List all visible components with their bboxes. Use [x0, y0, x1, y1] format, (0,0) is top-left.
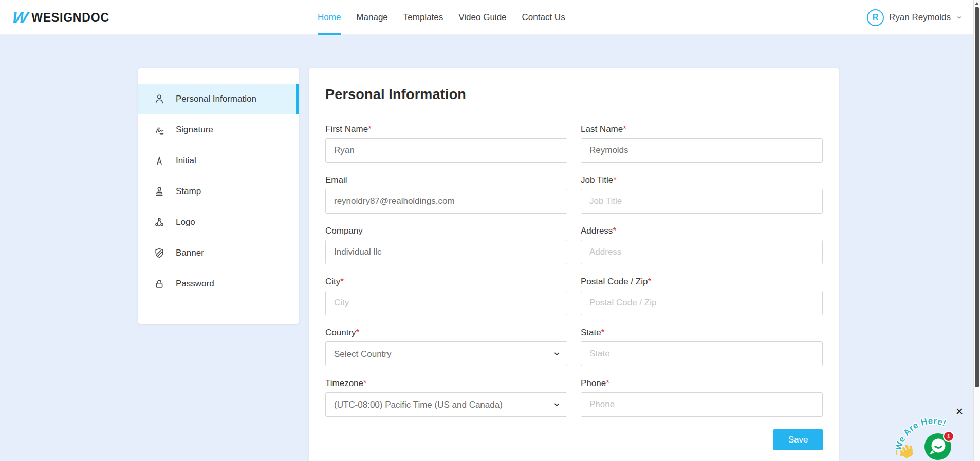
sidebar-item-label: Password [176, 279, 214, 289]
chat-widget-graphic[interactable]: 1 We Are Here! [896, 405, 973, 461]
postal-code-input[interactable] [581, 291, 823, 315]
lock-icon [153, 278, 165, 290]
sidebar-item-banner[interactable]: Banner [138, 238, 299, 268]
state-label: State* [581, 328, 823, 338]
required-mark: * [368, 124, 372, 134]
person-icon [153, 93, 165, 105]
company-label: Company [325, 226, 567, 236]
avatar: R [867, 9, 884, 26]
last-name-label: Last Name* [581, 124, 823, 135]
required-mark: * [613, 175, 617, 185]
required-mark: * [340, 277, 344, 286]
app-logo[interactable]: W WESIGNDOC [12, 0, 109, 35]
state-input[interactable] [581, 341, 823, 366]
logo-icon [153, 216, 165, 228]
save-button[interactable]: Save [773, 429, 823, 450]
email-field-group: Email [325, 175, 567, 214]
sidebar-item-label: Signature [176, 125, 213, 135]
form-actions: Save [325, 429, 823, 450]
chevron-down-icon [956, 14, 963, 21]
sidebar-item-signature[interactable]: Signature [138, 114, 299, 145]
job-title-label: Job Title* [581, 175, 823, 185]
phone-input[interactable] [581, 392, 823, 417]
country-field-group: Country* Select Country [325, 328, 567, 366]
sidebar-item-label: Banner [176, 248, 204, 258]
nav-link-contact-us[interactable]: Contact Us [522, 0, 565, 35]
logo-text: WESIGNDOC [31, 11, 109, 25]
company-input[interactable] [325, 240, 567, 264]
required-mark: * [356, 328, 360, 337]
first-name-label: First Name* [325, 124, 567, 135]
initial-icon [153, 155, 165, 167]
timezone-label: Timezone* [325, 378, 567, 389]
address-label: Address* [581, 226, 823, 236]
sidebar-item-label: Stamp [176, 186, 201, 197]
top-navbar: W WESIGNDOC Home Manage Templates Video … [0, 0, 980, 35]
phone-field-group: Phone* [581, 378, 823, 417]
city-label: City* [325, 277, 567, 287]
required-mark: * [363, 378, 367, 388]
personal-information-panel: Personal Information First Name* Last Na… [309, 68, 839, 461]
sidebar-item-stamp[interactable]: Stamp [138, 176, 299, 207]
user-name: Ryan Reymolds [889, 12, 951, 23]
scrollbar-track[interactable] [973, 0, 980, 461]
address-input[interactable] [581, 240, 823, 264]
logo-w-icon: W [11, 9, 29, 26]
user-menu[interactable]: R Ryan Reymolds [867, 0, 963, 35]
sidebar-item-label: Logo [176, 217, 195, 227]
city-input[interactable] [325, 291, 567, 315]
required-mark: * [648, 277, 651, 286]
state-field-group: State* [581, 328, 823, 366]
job-title-field-group: Job Title* [581, 175, 823, 214]
postal-code-label: Postal Code / Zip* [581, 277, 823, 287]
signature-icon [153, 124, 165, 136]
page-title: Personal Information [325, 87, 823, 103]
last-name-field-group: Last Name* [581, 124, 823, 163]
main-nav: Home Manage Templates Video Guide Contac… [318, 0, 565, 35]
nav-link-video-guide[interactable]: Video Guide [458, 0, 506, 35]
active-indicator-bar [296, 84, 299, 114]
first-name-input[interactable] [325, 138, 567, 163]
required-mark: * [606, 378, 609, 388]
address-field-group: Address* [581, 226, 823, 264]
country-select[interactable]: Select Country [325, 341, 567, 366]
required-mark: * [601, 328, 605, 337]
sidebar-item-label: Personal Information [176, 94, 256, 104]
sidebar-item-password[interactable]: Password [138, 268, 299, 299]
nav-link-home[interactable]: Home [318, 0, 341, 35]
phone-label: Phone* [581, 378, 823, 389]
personal-information-form: First Name* Last Name* Email Job Title* … [325, 124, 823, 417]
stamp-icon [153, 185, 165, 198]
svg-text:1: 1 [947, 433, 951, 439]
email-input[interactable] [325, 189, 567, 214]
timezone-select[interactable]: (UTC-08:00) Pacific Time (US and Canada) [325, 392, 567, 417]
postal-code-field-group: Postal Code / Zip* [581, 277, 823, 315]
chat-widget: ✕ 1 We Are Here! [896, 404, 973, 461]
required-mark: * [613, 226, 616, 236]
required-mark: * [623, 124, 626, 134]
city-field-group: City* [325, 277, 567, 315]
timezone-field-group: Timezone* (UTC-08:00) Pacific Time (US a… [325, 378, 567, 417]
settings-sidebar: Personal Information Signature Initial S… [138, 68, 299, 324]
sidebar-item-logo[interactable]: Logo [138, 207, 299, 238]
email-label: Email [325, 175, 567, 185]
nav-link-manage[interactable]: Manage [356, 0, 387, 35]
last-name-input[interactable] [581, 138, 823, 163]
banner-icon [153, 247, 165, 259]
country-label: Country* [325, 328, 567, 338]
sidebar-item-personal-information[interactable]: Personal Information [138, 84, 299, 114]
chat-badge: 1 [944, 431, 954, 441]
first-name-field-group: First Name* [325, 124, 567, 163]
scrollbar-thumb[interactable] [975, 7, 979, 387]
sidebar-item-initial[interactable]: Initial [138, 145, 299, 176]
sidebar-item-label: Initial [176, 156, 196, 166]
company-field-group: Company [325, 226, 567, 264]
nav-link-templates[interactable]: Templates [403, 0, 443, 35]
scrollbar-up-arrow[interactable] [975, 2, 979, 5]
job-title-input[interactable] [581, 189, 823, 214]
